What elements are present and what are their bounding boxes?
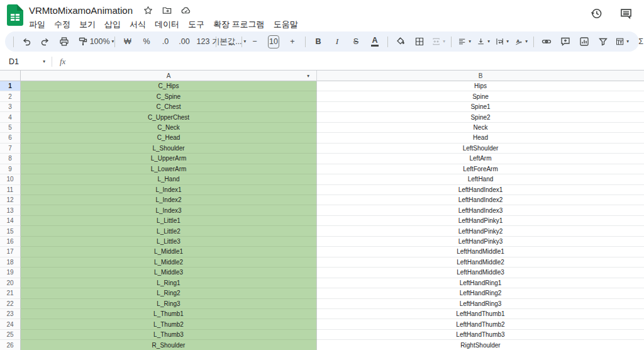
cell-B26[interactable]: RightShoulder (317, 340, 644, 350)
cell-B19[interactable]: LeftHandMiddle3 (317, 268, 644, 278)
cell-B17[interactable]: LeftHandMiddle1 (317, 247, 644, 257)
row-header-1[interactable]: 1 (0, 81, 21, 91)
formula-input[interactable] (65, 53, 644, 70)
filter-views-button[interactable]: ▾ (613, 34, 631, 49)
row-header-8[interactable]: 8 (0, 154, 21, 164)
functions-button[interactable]: Σ (631, 34, 644, 49)
increase-decimal-button[interactable]: .00 (175, 34, 194, 49)
print-button[interactable] (55, 34, 74, 49)
row-header-16[interactable]: 16 (0, 237, 21, 247)
row-header-2[interactable]: 2 (0, 91, 21, 101)
row-header-21[interactable]: 21 (0, 288, 21, 298)
cell-A26[interactable]: R_Shoulder (21, 340, 317, 350)
cell-A4[interactable]: C_UpperChest (21, 112, 317, 122)
row-header-10[interactable]: 10 (0, 174, 21, 184)
cell-B18[interactable]: LeftHandMiddle2 (317, 257, 644, 268)
row-header-25[interactable]: 25 (0, 330, 21, 340)
row-header-13[interactable]: 13 (0, 205, 21, 215)
fill-color-button[interactable] (391, 34, 410, 49)
cell-A20[interactable]: L_Ring1 (21, 278, 317, 288)
cell-B11[interactable]: LeftHandIndex1 (317, 185, 644, 195)
sheets-logo-icon[interactable] (7, 4, 23, 26)
cell-A13[interactable]: L_Index3 (21, 205, 317, 215)
row-header-22[interactable]: 22 (0, 299, 21, 309)
currency-won-format-button[interactable]: ₩ (118, 34, 137, 49)
cell-B13[interactable]: LeftHandIndex3 (317, 205, 644, 215)
cell-B1[interactable]: Hips (317, 81, 644, 91)
cell-A7[interactable]: L_Shoulder (21, 144, 317, 154)
create-filter-button[interactable] (594, 34, 613, 49)
cell-A24[interactable]: L_Thumb2 (21, 319, 317, 329)
cell-A12[interactable]: L_Index2 (21, 195, 317, 205)
name-box[interactable]: D1 ▾ (0, 57, 45, 66)
redo-button[interactable] (36, 34, 55, 49)
row-header-24[interactable]: 24 (0, 319, 21, 329)
cell-A5[interactable]: C_Neck (21, 123, 317, 133)
cell-B22[interactable]: LeftHandRing3 (317, 299, 644, 309)
row-header-15[interactable]: 15 (0, 226, 21, 236)
more-formats-button[interactable]: 123 (194, 34, 213, 49)
cell-B5[interactable]: Neck (317, 123, 644, 133)
menu-item-8[interactable]: 도움말 (269, 18, 303, 31)
cell-B15[interactable]: LeftHandPinky2 (317, 226, 644, 236)
column-a-dropdown-icon[interactable]: ▾ (307, 73, 309, 79)
decrease-font-size-button[interactable]: − (245, 34, 264, 49)
insert-comment-button[interactable] (556, 34, 575, 49)
text-color-button[interactable]: A (365, 34, 384, 49)
italic-button[interactable]: I (328, 34, 347, 49)
vertical-align-button[interactable]: ▾ (474, 34, 492, 49)
cell-B21[interactable]: LeftHandRing2 (317, 288, 644, 298)
cell-B10[interactable]: LeftHand (317, 174, 644, 184)
row-header-26[interactable]: 26 (0, 340, 21, 350)
menu-item-4[interactable]: 서식 (125, 18, 150, 31)
undo-button[interactable] (17, 34, 36, 49)
font-family-select[interactable]: 기본값...▾ (219, 34, 238, 49)
cell-B7[interactable]: LeftShoulder (317, 144, 644, 154)
row-header-14[interactable]: 14 (0, 216, 21, 226)
row-header-7[interactable]: 7 (0, 144, 21, 154)
cell-A25[interactable]: L_Thumb3 (21, 330, 317, 340)
cell-B6[interactable]: Head (317, 133, 644, 143)
row-header-17[interactable]: 17 (0, 247, 21, 257)
move-to-folder-icon[interactable] (162, 5, 172, 16)
cell-A23[interactable]: L_Thumb1 (21, 309, 317, 319)
open-comments-icon[interactable] (619, 7, 633, 20)
menu-item-7[interactable]: 확장 프로그램 (209, 18, 269, 31)
cell-A19[interactable]: L_Middle3 (21, 268, 317, 278)
merge-cells-button[interactable]: ▾ (429, 34, 448, 49)
cell-B9[interactable]: LeftForeArm (317, 164, 644, 174)
row-header-5[interactable]: 5 (0, 123, 21, 133)
cell-A17[interactable]: L_Middle1 (21, 247, 317, 257)
cell-B14[interactable]: LeftHandPinky1 (317, 216, 644, 226)
row-header-6[interactable]: 6 (0, 133, 21, 143)
cell-B2[interactable]: Spine (317, 91, 644, 101)
insert-chart-button[interactable] (575, 34, 594, 49)
column-header-A[interactable]: A ▾ (21, 71, 317, 81)
cell-B16[interactable]: LeftHandPinky3 (317, 237, 644, 247)
cell-B20[interactable]: LeftHandRing1 (317, 278, 644, 288)
row-header-3[interactable]: 3 (0, 102, 21, 112)
row-header-12[interactable]: 12 (0, 195, 21, 205)
cell-A21[interactable]: L_Ring2 (21, 288, 317, 298)
strikethrough-button[interactable]: S (347, 34, 365, 49)
decrease-decimal-button[interactable]: .0 (156, 34, 175, 49)
document-title[interactable]: VRMtoMixamoAnimation (29, 5, 133, 16)
cell-B24[interactable]: LeftHandThumb2 (317, 319, 644, 329)
row-header-19[interactable]: 19 (0, 268, 21, 278)
cell-B12[interactable]: LeftHandIndex2 (317, 195, 644, 205)
cell-A3[interactable]: C_Chest (21, 102, 317, 112)
menu-item-2[interactable]: 보기 (75, 18, 100, 31)
horizontal-align-button[interactable]: ▾ (455, 34, 474, 49)
row-header-11[interactable]: 11 (0, 185, 21, 195)
font-size-input[interactable]: 10 (264, 34, 283, 49)
bold-button[interactable]: B (309, 34, 328, 49)
cell-A8[interactable]: L_UpperArm (21, 154, 317, 164)
row-header-4[interactable]: 4 (0, 112, 21, 122)
cell-B8[interactable]: LeftArm (317, 154, 644, 164)
menu-item-0[interactable]: 파일 (25, 18, 50, 31)
menu-item-5[interactable]: 데이터 (150, 18, 184, 31)
cell-A16[interactable]: L_Little3 (21, 237, 317, 247)
row-header-9[interactable]: 9 (0, 164, 21, 174)
cell-B3[interactable]: Spine1 (317, 102, 644, 112)
cell-A6[interactable]: C_Head (21, 133, 317, 143)
